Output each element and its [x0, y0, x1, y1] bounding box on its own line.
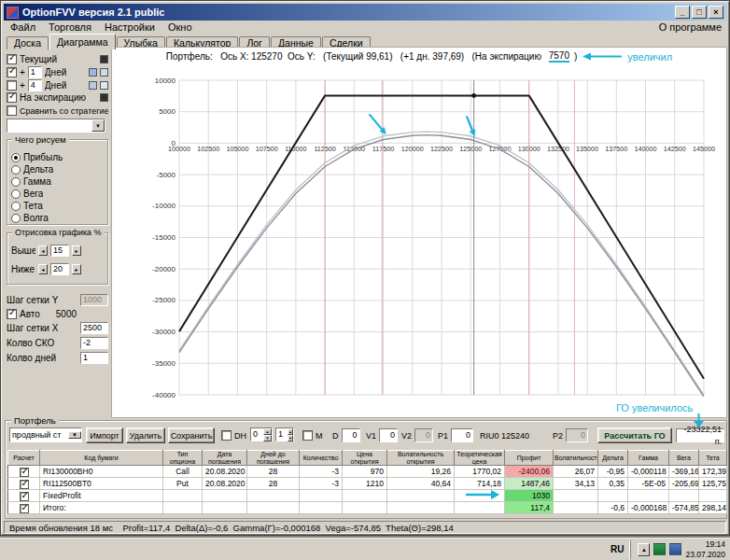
strategy-combo[interactable] — [7, 119, 105, 133]
radio-icon[interactable] — [11, 153, 21, 162]
plus1-color-swatch-2[interactable] — [100, 68, 108, 77]
plus1-color-swatch[interactable] — [89, 68, 97, 77]
cell-delta: -0,6 — [598, 502, 628, 514]
menu-item-2[interactable]: Настройки — [98, 21, 161, 33]
cell-theo: 714,18 — [455, 478, 505, 490]
above-row: Выше 15 — [11, 245, 105, 257]
menu-item-3[interactable]: Окно — [161, 21, 199, 33]
cell-days: 28 — [247, 478, 300, 490]
cell-theta — [699, 490, 727, 502]
row-checkbox[interactable] — [20, 504, 29, 513]
column-header-6: Цена открытия — [343, 451, 387, 466]
svg-text:-35000: -35000 — [152, 359, 175, 368]
v1-input[interactable]: 0 — [379, 428, 398, 442]
cell-qty — [300, 490, 343, 502]
plus4-checkbox[interactable] — [7, 80, 17, 91]
current-color-swatch[interactable] — [100, 55, 108, 63]
radio-icon[interactable] — [11, 214, 21, 223]
chart-area: Портфель: Ось X: 125270 Ось Y: (Текущий … — [111, 47, 727, 418]
sko-row: Колво СКО -2 — [7, 337, 108, 349]
svg-text:122500: 122500 — [430, 145, 453, 153]
grid-x-input[interactable]: 2500 — [80, 322, 108, 334]
svg-text:142500: 142500 — [664, 145, 686, 153]
current-checkbox[interactable] — [7, 54, 17, 64]
cell-type: Put — [163, 478, 203, 490]
draw-option-2[interactable]: Гамма — [11, 175, 105, 188]
tab-0[interactable]: Доска — [7, 36, 49, 49]
plus1-checkbox[interactable] — [7, 67, 17, 77]
cell-open_price — [343, 502, 387, 514]
minimize-button[interactable]: _ — [675, 6, 690, 19]
svg-text:140000: 140000 — [635, 145, 657, 153]
radio-icon[interactable] — [11, 177, 21, 187]
expiration-checkbox[interactable] — [7, 92, 17, 103]
spin-left-icon[interactable] — [38, 264, 48, 274]
spin-left-icon[interactable] — [38, 245, 48, 256]
dh-spinner-1[interactable]: 0 — [250, 427, 273, 441]
radio-icon[interactable] — [11, 202, 21, 211]
close-button[interactable]: × — [709, 6, 723, 19]
cell-profit: -2400,06 — [505, 466, 554, 478]
chevron-up-icon[interactable]: ▲ — [638, 543, 650, 556]
maximize-button[interactable]: □ — [692, 6, 707, 19]
compare-checkbox[interactable] — [7, 105, 17, 116]
p1-input[interactable]: 0 — [451, 428, 473, 442]
grid-y-input[interactable]: 1000 — [80, 294, 108, 306]
radio-icon[interactable] — [11, 165, 21, 175]
calc-margin-button[interactable]: Рассчитать ГО — [597, 427, 672, 443]
p2-input[interactable]: 0 — [566, 428, 588, 442]
tab-1[interactable]: Диаграмма — [49, 34, 116, 49]
cell-open_price: 1210 — [343, 478, 387, 490]
annotation-arrow — [467, 116, 472, 130]
language-indicator[interactable]: RU — [611, 544, 624, 554]
svg-text:135000: 135000 — [576, 145, 598, 153]
delete-button[interactable]: Удалить — [126, 427, 165, 443]
cell-vega: -369,16 — [669, 466, 699, 478]
fixedprofit-arrow-icon — [464, 489, 501, 500]
cell-theta: 172,39 — [699, 466, 727, 478]
clock[interactable]: 19:14 23.07.2020 — [685, 539, 725, 558]
spin-right-icon[interactable] — [72, 245, 81, 256]
cell-days: 28 — [247, 466, 300, 478]
draw-option-1[interactable]: Дельта — [11, 163, 105, 175]
spin-right-icon[interactable] — [72, 264, 81, 274]
plus4-color-swatch-2[interactable] — [100, 81, 108, 90]
portfolio-style-combo[interactable]: продвный ст — [9, 427, 82, 442]
auto-checkbox[interactable] — [7, 309, 17, 319]
draw-option-5[interactable]: Волга — [11, 212, 105, 224]
draw-option-3[interactable]: Вега — [11, 188, 105, 200]
dh-spinner-2[interactable]: 1 — [275, 427, 294, 441]
radio-icon[interactable] — [11, 189, 21, 199]
plus4-days-input[interactable]: 4 — [28, 79, 42, 91]
menu-item-0[interactable]: Файл — [4, 21, 42, 33]
days-count-input[interactable]: 1 — [80, 352, 108, 364]
import-button[interactable]: Импорт — [86, 427, 123, 443]
expiration-color-swatch[interactable] — [100, 93, 108, 102]
tray-icon-2[interactable] — [669, 543, 681, 555]
row-checkbox[interactable] — [20, 480, 29, 489]
draw-option-0[interactable]: Прибыль — [11, 151, 105, 163]
chart-settings-panel: Текущий + 1 Дней + 4 Дней На экспирацию … — [5, 49, 110, 419]
draw-option-4[interactable]: Тета — [11, 200, 105, 212]
chevron-down-icon[interactable] — [91, 119, 105, 132]
tray-icon-1[interactable] — [653, 543, 666, 555]
above-percent-input[interactable]: 15 — [50, 245, 69, 257]
dh-checkbox[interactable] — [221, 430, 232, 441]
v1-field-group: V1 0 — [366, 427, 398, 443]
m-checkbox[interactable] — [302, 430, 313, 441]
save-button[interactable]: Сохранить — [168, 427, 215, 443]
plus4-color-swatch[interactable] — [89, 81, 97, 90]
chevron-down-icon[interactable] — [68, 431, 81, 439]
sko-input[interactable]: -2 — [80, 337, 108, 349]
plus1-days-input[interactable]: 1 — [28, 66, 42, 78]
menu-item-1[interactable]: Торговля — [42, 21, 98, 33]
row-checkbox[interactable] — [20, 468, 29, 477]
spin-down-icon — [288, 435, 293, 441]
below-percent-input[interactable]: 20 — [50, 263, 69, 275]
menu-about[interactable]: О программе — [653, 21, 726, 33]
v2-input[interactable]: 0 — [414, 428, 433, 442]
v2-field-group: V2 0 — [401, 427, 433, 443]
d-input[interactable]: 0 — [342, 428, 360, 442]
positions-table: РасчетКод бумагиТип опционаДата погашени… — [7, 450, 727, 514]
row-checkbox[interactable] — [20, 492, 29, 501]
